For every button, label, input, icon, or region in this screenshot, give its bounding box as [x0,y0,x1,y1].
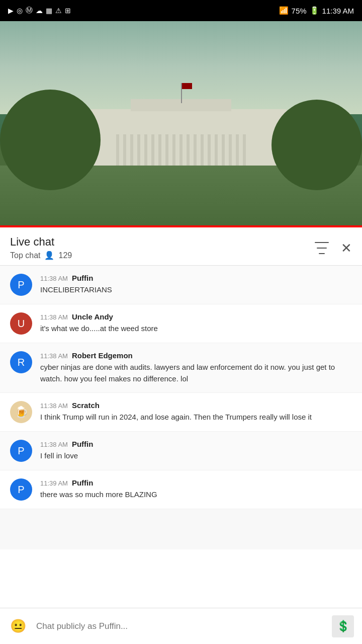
message-content-2: 11:38 AM Uncle Andy it's what we do.....… [40,312,352,335]
chat-message-4: 🍺 11:38 AM Scratch I think Trump will ru… [0,393,362,432]
message-meta-4: 11:38 AM Scratch [40,401,352,410]
input-spacer [0,509,362,549]
message-text-2: it's what we do.....at the weed store [40,323,352,335]
viewer-icon: 👤 [44,251,54,260]
message-time-6: 11:39 AM [40,479,68,487]
message-author-6: Puffin [72,478,94,487]
message-time-2: 11:38 AM [40,313,68,321]
status-icons: ▶ ◎ Ⓜ ☁ ▦ ⚠ ⊞ [8,6,71,15]
message-meta-2: 11:38 AM Uncle Andy [40,312,352,321]
chat-message-1: P 11:38 AM Puffin INCELIBERTARIANS [0,266,362,304]
filter-icon[interactable] [315,242,329,254]
flag [182,83,192,89]
filter-line-2 [317,248,327,249]
message-time-5: 11:38 AM [40,441,68,448]
message-text-1: INCELIBERTARIANS [40,284,352,296]
avatar-uncle-andy: U [10,312,32,335]
column [179,134,183,170]
message-content-3: 11:38 AM Robert Edgemon cyber ninjas are… [40,351,352,384]
column [158,134,161,170]
app-icon-2: Ⓜ [26,6,33,15]
video-thumbnail[interactable] [0,21,362,227]
filter-line-1 [315,242,329,243]
avatar-scratch: 🍺 [10,401,32,423]
app-icon-6: ⊞ [65,7,71,15]
message-content-1: 11:38 AM Puffin INCELIBERTARIANS [40,274,352,296]
column [165,134,168,170]
column [208,134,211,170]
message-author-4: Scratch [72,401,100,410]
chat-header-right: ✕ [315,242,352,255]
column [172,134,175,170]
chat-input-bar: 😐 💲 [0,608,362,644]
column [187,134,190,170]
chat-message-2: U 11:38 AM Uncle Andy it's what we do...… [0,304,362,343]
trees-front-left [0,90,101,190]
column [116,134,119,170]
message-meta-6: 11:39 AM Puffin [40,478,352,487]
app-icon-3: ☁ [36,7,43,15]
status-indicators: 📶 75% 🔋 11:39 AM [279,6,354,15]
message-text-5: I fell in love [40,450,352,462]
column [243,134,246,170]
column [194,134,197,170]
video-progress-bar[interactable] [0,225,362,227]
chat-title: Live chat [10,235,72,249]
column [229,134,232,170]
message-meta-1: 11:38 AM Puffin [40,274,352,282]
message-author-1: Puffin [72,274,94,282]
column [201,134,204,170]
message-meta-3: 11:38 AM Robert Edgemon [40,351,352,360]
message-text-4: I think Trump will run in 2024, and lose… [40,412,352,423]
chat-messages: P 11:38 AM Puffin INCELIBERTARIANS U 11:… [0,266,362,549]
chat-message-3: R 11:38 AM Robert Edgemon cyber ninjas a… [0,343,362,393]
viewer-count: 129 [58,251,72,260]
white-house-building [75,109,287,170]
emoji-button[interactable]: 😐 [8,616,28,636]
app-icon-5: ⚠ [55,7,62,15]
status-bar: ▶ ◎ Ⓜ ☁ ▦ ⚠ ⊞ 📶 75% 🔋 11:39 AM [0,0,362,21]
chat-panel: Live chat Top chat 👤 129 ✕ P 11:38 AM [0,227,362,625]
chat-header: Live chat Top chat 👤 129 ✕ [0,227,362,266]
message-content-5: 11:38 AM Puffin I fell in love [40,440,352,462]
chat-message-5: P 11:38 AM Puffin I fell in love [0,432,362,470]
column [236,134,239,170]
chat-input[interactable] [36,615,324,637]
battery-icon: 🔋 [310,6,319,15]
column [144,134,147,170]
column [222,134,225,170]
column [123,134,126,170]
message-time-3: 11:38 AM [40,352,68,360]
avatar-puffin-1: P [10,274,32,296]
message-content-6: 11:39 AM Puffin there was so much more B… [40,478,352,501]
message-content-4: 11:38 AM Scratch I think Trump will run … [40,401,352,423]
message-time-1: 11:38 AM [40,275,68,282]
chat-message-6: P 11:39 AM Puffin there was so much more… [0,470,362,509]
building-columns [116,134,246,170]
top-chat-label[interactable]: Top chat [10,251,40,260]
message-meta-5: 11:38 AM Puffin [40,440,352,448]
column [137,134,140,170]
filter-line-3 [319,253,325,254]
app-icon-4: ▦ [46,7,52,15]
column [215,134,218,170]
app-icon-1: ◎ [17,7,23,15]
chat-header-left: Live chat Top chat 👤 129 [10,235,72,260]
send-button[interactable]: 💲 [332,615,354,637]
avatar-puffin-3: P [10,478,32,501]
youtube-icon: ▶ [8,7,14,15]
time-display: 11:39 AM [322,7,354,15]
column [130,134,133,170]
message-author-3: Robert Edgemon [72,351,133,360]
battery-text: 75% [292,7,307,15]
close-button[interactable]: ✕ [341,242,352,255]
message-text-6: there was so much more BLAZING [40,489,352,501]
avatar-puffin-2: P [10,440,32,462]
message-time-4: 11:38 AM [40,402,68,410]
avatar-robert: R [10,351,32,373]
column [151,134,154,170]
emoji-icon: 😐 [10,618,26,634]
trees-front-right [272,100,362,190]
message-author-5: Puffin [72,440,94,448]
wifi-icon: 📶 [279,6,289,15]
